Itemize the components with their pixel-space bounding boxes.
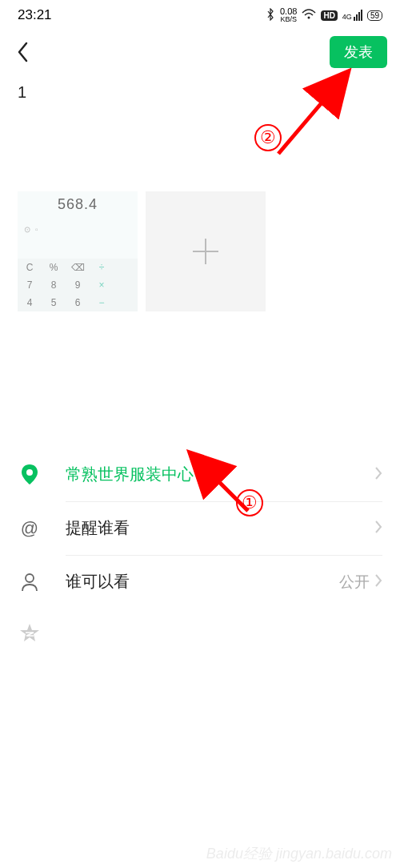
attachment-thumbnail[interactable]: 568.4 ⊙▫ C%⌫÷ 789× 456− [18,191,138,311]
attachment-list: 568.4 ⊙▫ C%⌫÷ 789× 456− [0,191,400,311]
qzone-star-icon [18,623,42,644]
hd-badge: HD [321,10,337,21]
signal-4g: 4G [342,10,362,21]
bluetooth-icon [266,8,275,23]
svg-point-4 [26,574,34,582]
status-bar: 23:21 0.08 KB/S HD 4G 59 [0,0,400,30]
thumb-keypad: C%⌫÷ 789× 456− [18,259,138,311]
options-list: 常熟世界服装中心 @ 提醒谁看 谁可以看 公开 [0,448,400,658]
net-speed: 0.08 KB/S [280,7,297,23]
visibility-value: 公开 [339,572,370,593]
status-time: 23:21 [18,7,52,23]
compose-text: 1 [18,83,26,101]
mention-icon: @ [18,518,42,539]
thumb-toolbar: ⊙▫ [24,225,38,234]
location-icon [18,464,42,485]
battery-icon: 59 [367,10,382,21]
compose-area[interactable]: 1 [0,74,400,111]
option-qzone[interactable] [0,609,400,658]
publish-button[interactable]: 发表 [330,36,387,68]
back-button[interactable] [11,40,35,64]
visibility-label: 谁可以看 [66,571,339,593]
thumb-display-text: 568.4 [18,196,138,213]
option-location[interactable]: 常熟世界服装中心 [0,448,400,501]
option-mention[interactable]: @ 提醒谁看 [0,501,400,555]
option-visibility[interactable]: 谁可以看 公开 [0,555,400,609]
annotation-step-2: ② [254,124,282,151]
plus-icon [186,232,225,271]
add-attachment-button[interactable] [146,191,266,311]
svg-point-3 [26,469,33,476]
watermark: Baidu经验 jingyan.baidu.com [206,844,392,863]
header: 发表 [0,30,400,74]
chevron-right-icon [374,520,382,537]
status-indicators: 0.08 KB/S HD 4G 59 [266,7,382,23]
chevron-right-icon [374,573,382,591]
wifi-icon [302,9,316,22]
location-label: 常熟世界服装中心 [66,464,374,485]
chevron-right-icon [374,466,382,484]
person-icon [18,573,42,592]
svg-point-0 [308,16,310,18]
mention-label: 提醒谁看 [66,517,374,539]
